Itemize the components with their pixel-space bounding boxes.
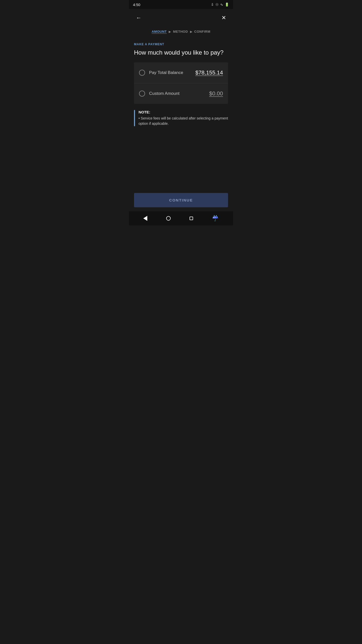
android-home-icon (166, 216, 171, 221)
note-text: • Service fees will be calculated after … (139, 116, 228, 126)
main-content: MAKE A PAYMENT How much would you like t… (129, 38, 233, 189)
payment-options-card: Pay Total Balance $78,155.14 Custom Amou… (134, 62, 228, 104)
arrow-1: ▶ (169, 30, 171, 33)
android-back-button[interactable] (141, 214, 149, 223)
step-confirm[interactable]: CONFIRM (194, 30, 210, 33)
status-bar: 4:50 ⇩ ☉ ∿ 🔋 (129, 0, 233, 9)
top-nav: ← ✕ (129, 9, 233, 27)
close-button[interactable]: ✕ (219, 13, 228, 23)
android-nav-bar: ☔ (129, 211, 233, 225)
custom-amount-value: $0.00 (209, 90, 223, 97)
android-recents-icon (190, 217, 193, 220)
at-sign-icon: ☉ (215, 3, 219, 7)
battery-icon: 🔋 (225, 3, 229, 7)
pay-total-balance-option[interactable]: Pay Total Balance $78,155.14 (134, 62, 228, 83)
note-title: NOTE: (139, 110, 228, 114)
android-home-button[interactable] (164, 214, 173, 223)
total-balance-radio[interactable] (139, 70, 145, 76)
step-amount[interactable]: AMOUNT (152, 30, 167, 33)
note-border-accent (134, 110, 135, 126)
wifi-icon: ∿ (220, 3, 223, 7)
note-section: NOTE: • Service fees will be calculated … (134, 110, 228, 126)
custom-amount-label: Custom Amount (149, 91, 179, 96)
continue-button[interactable]: CONTINUE (134, 193, 228, 207)
pay-total-balance-left: Pay Total Balance (139, 70, 183, 76)
custom-amount-option[interactable]: Custom Amount $0.00 (134, 83, 228, 104)
section-question: How much would you like to pay? (134, 49, 228, 56)
download-icon: ⇩ (211, 3, 214, 7)
android-accessibility-button[interactable]: ☔ (210, 213, 221, 224)
total-balance-amount: $78,155.14 (195, 69, 223, 76)
step-method[interactable]: METHOD (173, 30, 188, 33)
step-indicator: AMOUNT ▶ METHOD ▶ CONFIRM (129, 27, 233, 38)
android-accessibility-icon: ☔ (212, 215, 219, 222)
total-balance-label: Pay Total Balance (149, 70, 183, 75)
continue-button-wrapper: CONTINUE (129, 189, 233, 211)
back-button[interactable]: ← (134, 13, 144, 23)
arrow-2: ▶ (190, 30, 192, 33)
android-back-icon (143, 216, 147, 221)
note-content: NOTE: • Service fees will be calculated … (139, 110, 228, 126)
status-icons: ⇩ ☉ ∿ 🔋 (211, 3, 229, 7)
custom-amount-left: Custom Amount (139, 91, 179, 97)
section-label: MAKE A PAYMENT (134, 43, 228, 46)
status-time: 4:50 (133, 3, 140, 7)
custom-amount-radio[interactable] (139, 91, 145, 97)
android-recents-button[interactable] (188, 215, 195, 222)
